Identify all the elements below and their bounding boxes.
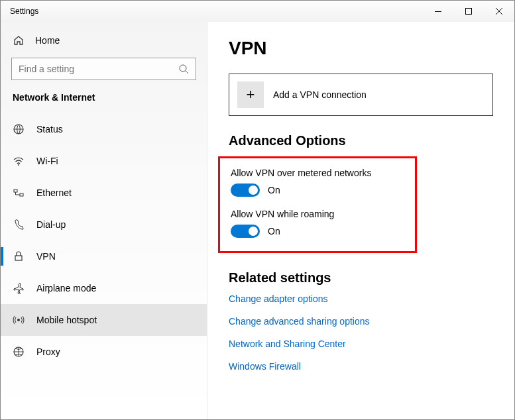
- sidebar-item-label: Ethernet: [36, 187, 72, 198]
- sidebar-item-label: Dial-up: [36, 219, 66, 230]
- maximize-button[interactable]: [453, 1, 484, 22]
- sidebar-item-airplane[interactable]: Airplane mode: [1, 272, 207, 304]
- category-header: Network & Internet: [1, 92, 207, 113]
- link-network-center[interactable]: Network and Sharing Center: [229, 339, 493, 349]
- titlebar: Settings: [1, 1, 514, 22]
- window-controls: [423, 1, 514, 22]
- wifi-icon: [13, 155, 25, 167]
- roaming-toggle[interactable]: [231, 225, 260, 238]
- related-links: Change adapter options Change advanced s…: [229, 293, 493, 372]
- sidebar-item-label: Airplane mode: [36, 283, 96, 293]
- add-vpn-button[interactable]: + Add a VPN connection: [229, 74, 493, 116]
- svg-rect-5: [14, 189, 17, 192]
- airplane-icon: [13, 282, 25, 294]
- maximize-icon: [465, 8, 472, 15]
- home-icon: [13, 35, 25, 46]
- minimize-button[interactable]: [423, 1, 453, 22]
- window-title: Settings: [10, 7, 38, 16]
- related-settings-header: Related settings: [229, 270, 493, 286]
- svg-rect-7: [15, 256, 22, 260]
- page-title: VPN: [229, 38, 493, 59]
- advanced-options-header: Advanced Options: [229, 133, 493, 148]
- sidebar-item-label: Proxy: [36, 346, 60, 357]
- dialup-icon: [13, 219, 25, 231]
- sidebar-item-ethernet[interactable]: Ethernet: [1, 177, 207, 209]
- search-box[interactable]: [11, 58, 196, 80]
- svg-rect-6: [20, 193, 23, 196]
- link-windows-firewall[interactable]: Windows Firewall: [229, 361, 493, 372]
- sidebar-item-label: Wi-Fi: [36, 156, 58, 166]
- minimize-icon: [435, 11, 441, 12]
- search-input[interactable]: [19, 64, 178, 74]
- close-icon: [496, 8, 502, 15]
- vpn-icon: [13, 250, 25, 262]
- metered-toggle-label: Allow VPN over metered networks: [231, 168, 404, 178]
- search-icon: [178, 64, 189, 74]
- highlight-box: Allow VPN over metered networks On Allow…: [218, 156, 417, 253]
- add-vpn-label: Add a VPN connection: [273, 89, 367, 100]
- close-button[interactable]: [484, 1, 514, 22]
- status-icon: [13, 123, 25, 135]
- svg-point-4: [18, 164, 19, 166]
- svg-point-8: [17, 319, 20, 321]
- sidebar-item-label: Mobile hotspot: [36, 315, 97, 325]
- metered-toggle[interactable]: [231, 184, 260, 197]
- ethernet-icon: [13, 187, 25, 199]
- svg-rect-1: [466, 9, 472, 15]
- plus-icon: +: [237, 81, 264, 108]
- svg-point-2: [180, 65, 186, 72]
- roaming-toggle-label: Allow VPN while roaming: [231, 209, 404, 219]
- hotspot-icon: [13, 314, 25, 326]
- sidebar-item-proxy[interactable]: Proxy: [1, 336, 207, 368]
- sidebar-item-label: VPN: [36, 251, 56, 262]
- sidebar-item-vpn[interactable]: VPN: [1, 240, 207, 272]
- link-adapter-options[interactable]: Change adapter options: [229, 293, 493, 304]
- proxy-icon: [13, 346, 25, 358]
- home-nav[interactable]: Home: [1, 27, 207, 54]
- sidebar: Home Network & Internet Status Wi-Fi E: [1, 22, 207, 419]
- svg-rect-0: [435, 11, 441, 12]
- metered-toggle-row: Allow VPN over metered networks On: [231, 168, 404, 197]
- home-label: Home: [35, 35, 60, 46]
- sidebar-item-dialup[interactable]: Dial-up: [1, 209, 207, 240]
- roaming-toggle-row: Allow VPN while roaming On: [231, 209, 404, 238]
- content-pane: VPN + Add a VPN connection Advanced Opti…: [207, 22, 514, 419]
- roaming-toggle-state: On: [268, 226, 280, 236]
- sidebar-item-wifi[interactable]: Wi-Fi: [1, 145, 207, 177]
- metered-toggle-state: On: [268, 185, 280, 195]
- sidebar-item-status[interactable]: Status: [1, 113, 207, 145]
- sidebar-item-label: Status: [36, 124, 63, 134]
- link-sharing-options[interactable]: Change advanced sharing options: [229, 316, 493, 327]
- sidebar-item-hotspot[interactable]: Mobile hotspot: [1, 304, 207, 336]
